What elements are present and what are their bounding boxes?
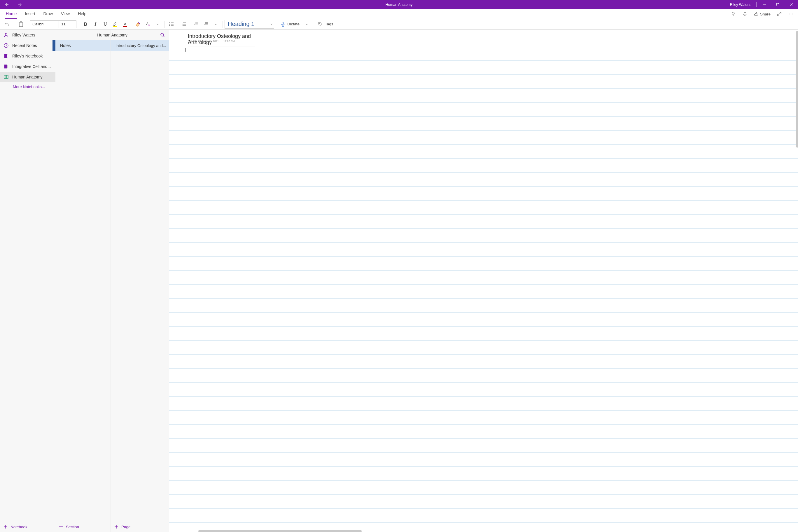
indent-button[interactable]	[201, 19, 211, 29]
notebook-icon	[3, 64, 9, 69]
font-color-button[interactable]: A	[120, 19, 130, 29]
style-picker[interactable]: Heading 1	[225, 20, 274, 28]
lightbulb-button[interactable]	[727, 10, 739, 19]
ribbon-tabs: Home Insert Draw View Help Share	[0, 10, 798, 19]
svg-text:A: A	[146, 22, 149, 26]
style-dropdown-button[interactable]	[268, 20, 274, 28]
tab-help[interactable]: Help	[74, 10, 90, 19]
svg-rect-25	[4, 65, 7, 69]
nav-notebook-0[interactable]: Riley's Notebook	[0, 51, 55, 61]
svg-point-2	[789, 14, 790, 15]
nav-user[interactable]: Riley Waters	[0, 30, 55, 40]
dictate-label: Dictate	[287, 22, 300, 26]
page-date: Sunday, 28 February 2021	[188, 40, 219, 43]
ellipsis-icon	[788, 14, 793, 15]
font-name-input[interactable]	[30, 20, 59, 28]
lightbulb-icon	[731, 12, 736, 16]
outdent-button[interactable]	[191, 19, 201, 29]
highlighter-icon	[113, 22, 118, 27]
italic-button[interactable]: I	[90, 19, 100, 29]
font-size-input[interactable]	[59, 20, 76, 28]
svg-rect-1	[777, 4, 779, 6]
add-page-button[interactable]: Page	[111, 521, 169, 532]
add-section-button[interactable]: Section	[55, 521, 111, 532]
undo-icon	[5, 22, 10, 27]
undo-button[interactable]	[2, 19, 12, 29]
underline-icon: U	[103, 22, 107, 27]
share-button[interactable]: Share	[751, 10, 774, 19]
user-name-label[interactable]: Riley Waters	[725, 3, 755, 7]
section-item-0[interactable]: Notes	[55, 40, 111, 51]
window-maximize-button[interactable]	[771, 0, 784, 10]
highlight-button[interactable]	[110, 19, 120, 29]
sections-panel: Notes Section	[55, 30, 111, 532]
bold-icon: B	[84, 21, 87, 27]
minimize-icon	[763, 3, 766, 6]
svg-rect-21	[4, 54, 7, 58]
horizontal-scrollbar[interactable]	[198, 530, 362, 532]
tab-view[interactable]: View	[57, 10, 74, 19]
svg-rect-6	[20, 22, 22, 23]
nav-notebook-2[interactable]: Human Anatomy	[0, 72, 55, 82]
bold-button[interactable]: B	[80, 19, 90, 29]
vertical-scrollbar[interactable]	[796, 31, 798, 148]
separator	[14, 21, 14, 28]
svg-rect-17	[282, 22, 284, 24]
styles-clear-button[interactable]: A	[143, 19, 153, 29]
svg-point-3	[791, 14, 792, 15]
chevron-down-icon	[270, 23, 273, 25]
eraser-icon	[135, 22, 140, 27]
svg-point-19	[5, 33, 7, 35]
open-notebook-icon	[3, 75, 9, 79]
nav-notebook-label: Riley's Notebook	[12, 54, 43, 58]
add-section-label: Section	[66, 525, 79, 529]
underline-button[interactable]: U	[100, 19, 110, 29]
window-close-button[interactable]	[784, 0, 798, 10]
nav-back-button[interactable]	[0, 0, 14, 10]
dictate-button[interactable]: Dictate	[278, 19, 311, 29]
page-time: 12:02 PM	[223, 40, 235, 43]
maximize-icon	[776, 3, 779, 6]
workspace: Riley Waters Recent Notes Riley's Notebo…	[0, 30, 798, 532]
tab-draw[interactable]: Draw	[39, 10, 57, 19]
more-paragraph-button[interactable]	[211, 19, 221, 29]
numbered-list-button[interactable]: 123	[179, 19, 189, 29]
tab-insert[interactable]: Insert	[21, 10, 39, 19]
arrow-left-icon	[4, 2, 9, 7]
page-item-0[interactable]: Introductory Osteology and...	[111, 40, 169, 51]
notifications-button[interactable]	[739, 10, 751, 19]
tags-label: Tags	[325, 22, 334, 26]
add-notebook-button[interactable]: Notebook	[0, 521, 55, 532]
fullscreen-button[interactable]	[774, 10, 785, 19]
numbered-list-icon: 123	[181, 22, 186, 27]
svg-point-29	[161, 33, 164, 36]
svg-rect-22	[7, 55, 8, 55]
style-value: Heading 1	[225, 20, 268, 28]
window-minimize-button[interactable]	[758, 0, 771, 10]
bullet-list-icon	[169, 22, 174, 27]
tab-home[interactable]: Home	[2, 10, 21, 19]
nav-recent[interactable]: Recent Notes	[0, 40, 55, 51]
nav-notebook-label: Integrative Cell and...	[12, 64, 51, 69]
paste-button[interactable]	[16, 19, 26, 29]
bullet-list-button[interactable]	[167, 19, 176, 29]
clear-formatting-button[interactable]	[133, 19, 143, 29]
sections-header	[55, 30, 111, 40]
more-options-button[interactable]	[785, 10, 797, 19]
clear-style-icon: A	[145, 22, 151, 27]
tags-button[interactable]: Tags	[315, 19, 336, 29]
nav-forward-button[interactable]	[14, 0, 27, 10]
search-icon	[160, 33, 165, 37]
svg-text:3: 3	[182, 25, 183, 26]
ruled-background	[169, 47, 798, 532]
indent-icon	[203, 22, 209, 27]
search-button[interactable]	[160, 33, 165, 37]
svg-rect-24	[7, 57, 8, 57]
svg-point-4	[793, 14, 793, 15]
page-canvas[interactable]: Introductory Osteology and Arthrology Su…	[169, 30, 798, 532]
more-font-button[interactable]	[153, 19, 163, 29]
nav-notebook-1[interactable]: Integrative Cell and...	[0, 61, 55, 72]
separator	[28, 21, 28, 28]
page-meta: Sunday, 28 February 2021 12:02 PM	[188, 40, 234, 43]
more-notebooks-link[interactable]: More Notebooks...	[0, 82, 55, 91]
